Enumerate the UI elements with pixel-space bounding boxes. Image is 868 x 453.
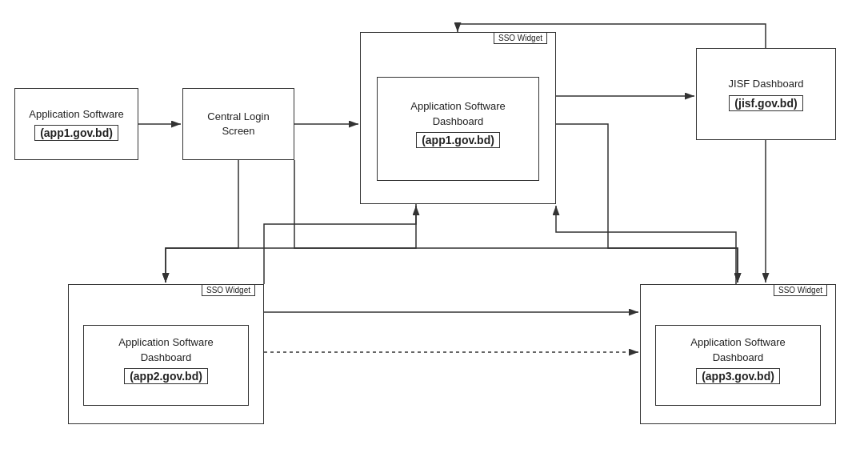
jisf-dashboard-box: JISF Dashboard (jisf.gov.bd) <box>696 48 836 140</box>
app2-dashboard-title: Application SoftwareDashboard <box>118 335 214 364</box>
app3-dashboard-box: SSO Widget Application SoftwareDashboard… <box>640 284 836 424</box>
app3-sso-badge: SSO Widget <box>774 284 827 296</box>
app1-dashboard-outer-box: SSO Widget Application SoftwareDashboard… <box>360 32 556 204</box>
app1-sso-badge: SSO Widget <box>494 32 547 44</box>
central-login-box: Central LoginScreen <box>182 88 294 160</box>
app3-dashboard-title: Application SoftwareDashboard <box>690 335 786 364</box>
app2-dashboard-box: SSO Widget Application SoftwareDashboard… <box>68 284 264 424</box>
central-login-title: Central LoginScreen <box>207 110 269 138</box>
jisf-subtitle: (jisf.gov.bd) <box>729 95 802 111</box>
app1-dashboard-title: Application SoftwareDashboard <box>410 99 506 128</box>
app1-entry-title: Application Software <box>29 107 124 122</box>
app1-entry-subtitle: (app1.gov.bd) <box>34 125 118 141</box>
jisf-title: JISF Dashboard <box>729 77 804 91</box>
app2-dashboard-subtitle: (app2.gov.bd) <box>124 368 208 384</box>
diagram: Application Software (app1.gov.bd) Centr… <box>0 0 868 453</box>
app2-sso-badge: SSO Widget <box>202 284 255 296</box>
app3-dashboard-subtitle: (app3.gov.bd) <box>696 368 780 384</box>
app1-dashboard-subtitle: (app1.gov.bd) <box>416 132 500 148</box>
app1-entry-box: Application Software (app1.gov.bd) <box>14 88 138 160</box>
